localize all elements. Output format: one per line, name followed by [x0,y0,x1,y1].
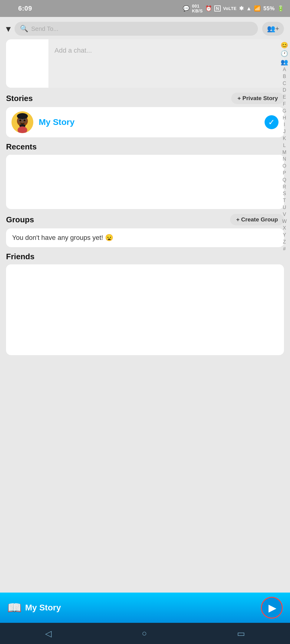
story-check-icon[interactable]: ✓ [265,115,278,129]
friends-nav-icon[interactable]: 👥 [281,58,288,66]
main-content: 😊 🕐 👥 A B C D E F G H I J K L M N O P Q … [0,17,290,599]
my-story-card[interactable]: My Story ✓ [6,107,284,137]
friends-card [6,264,284,355]
battery-icon: 🔋 [277,5,284,12]
bluetooth-icon: ✱ [239,5,244,12]
alpha-h[interactable]: H [283,115,286,121]
alpha-u[interactable]: U [283,204,286,211]
chevron-down-icon[interactable]: ▾ [6,24,10,34]
story-avatar [12,111,33,133]
groups-card: You don't have any groups yet! 😦 [6,228,284,247]
alpha-k[interactable]: K [283,136,286,142]
battery-text: 55% [263,5,275,12]
alarm-icon: ⏰ [205,5,212,12]
add-chat-card[interactable]: Add a chat... [6,39,284,88]
alpha-y[interactable]: Y [283,232,286,238]
play-button[interactable]: ▶ [261,597,283,619]
add-chat-text: Add a chat... [48,39,98,88]
wifi-icon: ▲ [246,5,252,12]
create-group-button[interactable]: + Create Group [230,214,284,225]
search-bar[interactable]: 🔍 Send To... [15,22,258,36]
alpha-f[interactable]: F [283,101,286,107]
nfc-icon: N [214,5,221,11]
alpha-r[interactable]: R [283,184,286,190]
alpha-l[interactable]: L [283,142,286,149]
svg-point-2 [17,113,28,119]
alpha-z[interactable]: Z [283,239,286,245]
home-icon[interactable]: ○ [142,629,147,638]
search-row: ▾ 🔍 Send To... 👥+ [0,17,290,39]
alpha-p[interactable]: P [283,170,286,176]
alpha-o[interactable]: O [282,163,286,169]
search-input[interactable]: Send To... [31,25,58,32]
volte-icon: VoLTE [223,6,237,11]
status-time: 6:09 [18,5,32,12]
signal-icon: 📶 [254,5,261,12]
alpha-v[interactable]: V [283,211,286,218]
alpha-t[interactable]: T [283,198,286,204]
svg-point-5 [24,119,25,121]
alpha-b[interactable]: B [283,74,286,80]
bottom-bar: 📖 My Story ▶ [0,593,290,623]
recents-divider [9,155,281,155]
private-story-button[interactable]: + Private Story [231,93,284,104]
whatsapp-icon: 💬 [183,5,190,12]
recents-icon[interactable]: ▭ [237,629,245,639]
my-story-name: My Story [39,117,265,127]
groups-header: Groups + Create Group [6,214,284,225]
data-icon: 001KB/S [192,4,203,13]
play-icon: ▶ [269,602,276,614]
alpha-d[interactable]: D [283,87,286,93]
alpha-n[interactable]: N [283,156,286,162]
alpha-w[interactable]: W [282,218,287,225]
recents-label: Recents [6,142,284,152]
alpha-s[interactable]: S [283,191,286,197]
svg-point-4 [19,119,21,121]
stories-header: Stories + Private Story [6,93,284,104]
alpha-hash[interactable]: # [283,246,286,252]
bottom-bar-book-icon: 📖 [7,601,21,614]
alpha-c[interactable]: C [283,80,286,87]
alpha-g[interactable]: G [282,108,286,114]
alpha-m[interactable]: M [282,149,286,156]
nav-bar: ◁ ○ ▭ [0,623,290,644]
alpha-x[interactable]: X [283,225,286,231]
search-icon: 🔍 [20,25,28,33]
alpha-e[interactable]: E [283,94,286,100]
stories-label: Stories [6,94,33,103]
emoji-nav-icon[interactable]: 😊 [281,41,288,49]
recents-card [6,155,284,209]
alpha-q[interactable]: Q [282,177,286,183]
add-friends-icon: 👥+ [267,25,279,33]
alpha-a[interactable]: A [283,67,286,73]
chat-avatar-placeholder [6,39,48,88]
back-icon[interactable]: ◁ [45,629,52,639]
friends-label: Friends [6,252,284,261]
alphabet-sidebar: 😊 🕐 👥 A B C D E F G H I J K L M N O P Q … [281,41,288,252]
bottom-bar-label: My Story [25,603,261,613]
groups-label: Groups [6,215,34,224]
status-icons: 💬 001KB/S ⏰ N VoLTE ✱ ▲ 📶 55% 🔋 [183,4,284,13]
status-bar: 6:09 💬 001KB/S ⏰ N VoLTE ✱ ▲ 📶 55% 🔋 [0,0,290,17]
groups-empty-text: You don't have any groups yet! 😦 [12,234,113,241]
alpha-i[interactable]: I [284,122,285,128]
alpha-j[interactable]: J [283,129,286,135]
recents-nav-icon[interactable]: 🕐 [281,50,288,57]
add-friends-button[interactable]: 👥+ [262,22,284,36]
